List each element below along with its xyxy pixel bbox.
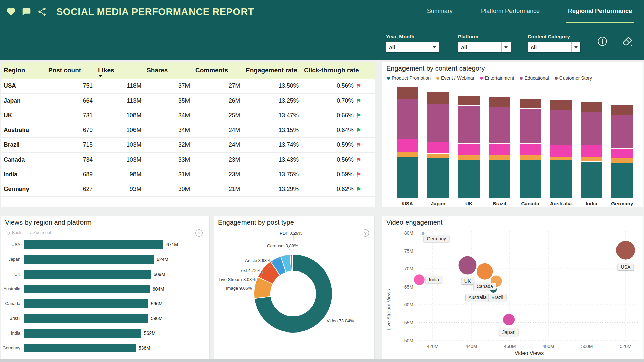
table-row-australia[interactable]: Australia679106M34M24M13.15%0.64%⚑ — [1, 123, 375, 138]
views-bar-japan[interactable] — [24, 255, 154, 264]
segment-germany-product-promotion[interactable] — [611, 163, 633, 198]
segment-uk-product-promotion[interactable] — [458, 160, 480, 198]
bubble-japan[interactable] — [503, 314, 515, 325]
segment-australia-educational[interactable] — [550, 110, 572, 145]
segment-india-entertainment[interactable] — [581, 145, 602, 156]
segment-brazil-customer-story[interactable] — [489, 97, 510, 107]
segment-canada-customer-story[interactable] — [520, 99, 541, 108]
segment-brazil-educational[interactable] — [489, 107, 510, 143]
column-header-shares[interactable]: Shares — [145, 62, 193, 79]
table-row-germany[interactable]: Germany62793M30M21M13.29%0.62%⚑ — [1, 182, 375, 197]
filter-dropdown-platform[interactable]: All — [458, 42, 511, 53]
segment-usa-educational[interactable] — [397, 99, 418, 139]
segment-japan-event-webinar[interactable] — [427, 153, 449, 158]
segment-canada-event-webinar[interactable] — [520, 155, 541, 160]
donut-slice-pdf[interactable] — [292, 254, 293, 271]
column-header-comments[interactable]: Comments — [193, 62, 244, 79]
views-bar-australia[interactable] — [24, 285, 150, 293]
table-row-japan[interactable]: Japan664113M35M26M13.25%0.70%⚑ — [1, 94, 375, 108]
segment-australia-event-webinar[interactable] — [550, 157, 572, 160]
column-header-likes[interactable]: Likes — [96, 62, 145, 79]
segment-japan-educational[interactable] — [427, 104, 449, 142]
column-header-region[interactable]: Region — [1, 62, 46, 79]
segment-usa-entertainment[interactable] — [397, 139, 418, 152]
scatter-plot: Live Stream Views Video Views 420M440M46… — [382, 216, 643, 359]
segment-australia-product-promotion[interactable] — [550, 160, 572, 198]
tab-summary[interactable]: Summary — [425, 0, 455, 23]
filter-dropdown-year-month[interactable]: All — [386, 42, 439, 53]
segment-canada-product-promotion[interactable] — [520, 160, 541, 198]
legend-item-entertainment[interactable]: Entertainment — [480, 75, 514, 81]
segment-australia-customer-story[interactable] — [550, 100, 572, 110]
segment-japan-entertainment[interactable] — [427, 142, 449, 153]
segment-brazil-entertainment[interactable] — [489, 143, 510, 155]
report-tabs: SummaryPlatform PerformanceRegional Perf… — [425, 0, 634, 23]
slice-label-pdf: PDF 0.29% — [280, 231, 302, 236]
segment-canada-educational[interactable] — [520, 108, 541, 143]
segment-germany-entertainment[interactable] — [611, 148, 633, 158]
region-cell: USA — [1, 79, 46, 93]
bar-category-germany: Germany — [1, 345, 20, 350]
value-cell: 31M — [145, 171, 193, 178]
tab-regional-performance[interactable]: Regional Performance — [566, 0, 634, 23]
segment-usa-customer-story[interactable] — [397, 87, 418, 99]
segment-australia-entertainment[interactable] — [550, 145, 572, 156]
x-category-brazil: Brazil — [484, 201, 515, 206]
segment-canada-entertainment[interactable] — [520, 143, 541, 155]
segment-india-product-promotion[interactable] — [581, 161, 602, 198]
filter-dropdown-content-category[interactable]: All — [528, 42, 581, 53]
value-cell: 32M — [145, 141, 193, 148]
segment-usa-event-webinar[interactable] — [397, 152, 418, 156]
views-bar-india[interactable] — [24, 329, 141, 338]
info-button[interactable] — [596, 35, 609, 48]
chevron-down-icon — [501, 42, 511, 52]
table-row-india[interactable]: India68998M31M23M13.75%0.59%⚑ — [1, 167, 375, 182]
views-bar-usa[interactable] — [24, 240, 163, 249]
clear-filters-button[interactable] — [621, 35, 634, 48]
segment-brazil-event-webinar[interactable] — [489, 155, 510, 160]
value-cell: 751 — [46, 82, 96, 89]
segment-germany-educational[interactable] — [611, 115, 633, 148]
bubble-usa[interactable] — [616, 241, 635, 260]
bar-value-label: 624M — [157, 257, 168, 262]
views-bar-uk[interactable] — [24, 270, 151, 279]
segment-uk-customer-story[interactable] — [458, 96, 480, 105]
legend-item-educational[interactable]: Educational — [520, 75, 549, 81]
bubble-india[interactable] — [414, 274, 425, 285]
stacked-bar-plot: USAJapanUKBrazilCanadaAustraliaIndiaGerm… — [382, 84, 643, 207]
legend-item-product-promotion[interactable]: Product Promotion — [387, 75, 431, 81]
bubble-uk[interactable] — [459, 256, 477, 275]
ctr-value: 0.56% — [337, 156, 354, 163]
legend-item-customer-story[interactable]: Customer Story — [555, 75, 592, 81]
segment-germany-customer-story[interactable] — [611, 105, 633, 115]
segment-india-event-webinar[interactable] — [581, 157, 602, 161]
table-row-usa[interactable]: USA751118M37M27M13.50%0.56%⚑ — [1, 79, 375, 94]
tab-platform-performance[interactable]: Platform Performance — [479, 0, 542, 23]
segment-brazil-product-promotion[interactable] — [489, 160, 510, 198]
segment-uk-educational[interactable] — [458, 105, 480, 144]
value-cell: 715 — [46, 141, 96, 148]
column-header-engagement-rate[interactable]: Engagement rate — [244, 62, 302, 79]
green-flag-icon: ⚑ — [356, 186, 361, 192]
value-cell: 103M — [96, 156, 145, 163]
bubble-germany[interactable] — [422, 232, 424, 235]
segment-usa-product-promotion[interactable] — [397, 157, 418, 198]
column-header-post-count[interactable]: Post count — [46, 62, 96, 79]
bubble-canada[interactable] — [477, 263, 493, 280]
legend-item-event-webinar[interactable]: Event / Webinar — [436, 75, 474, 81]
segment-uk-event-webinar[interactable] — [458, 155, 480, 160]
table-row-canada[interactable]: Canada734103M33M23M13.43%0.56%⚑ — [1, 153, 375, 167]
views-bar-germany[interactable] — [24, 344, 136, 352]
table-row-uk[interactable]: UK731108M34M25M13.47%0.66%⚑ — [1, 108, 375, 123]
segment-uk-entertainment[interactable] — [458, 143, 480, 155]
segment-india-educational[interactable] — [581, 112, 602, 145]
segment-japan-customer-story[interactable] — [427, 92, 449, 103]
donut-plot: Video 73.04%Image 9.06%Live Stream 8.08%… — [214, 216, 374, 359]
segment-japan-product-promotion[interactable] — [427, 158, 449, 198]
table-row-brazil[interactable]: Brazil715103M32M24M13.74%0.59%⚑ — [1, 138, 375, 153]
segment-india-customer-story[interactable] — [581, 102, 602, 112]
views-bar-brazil[interactable] — [24, 314, 148, 323]
column-header-click-through-rate[interactable]: Click-through rate — [302, 62, 367, 79]
views-bar-canada[interactable] — [24, 299, 148, 308]
segment-germany-event-webinar[interactable] — [611, 158, 633, 163]
